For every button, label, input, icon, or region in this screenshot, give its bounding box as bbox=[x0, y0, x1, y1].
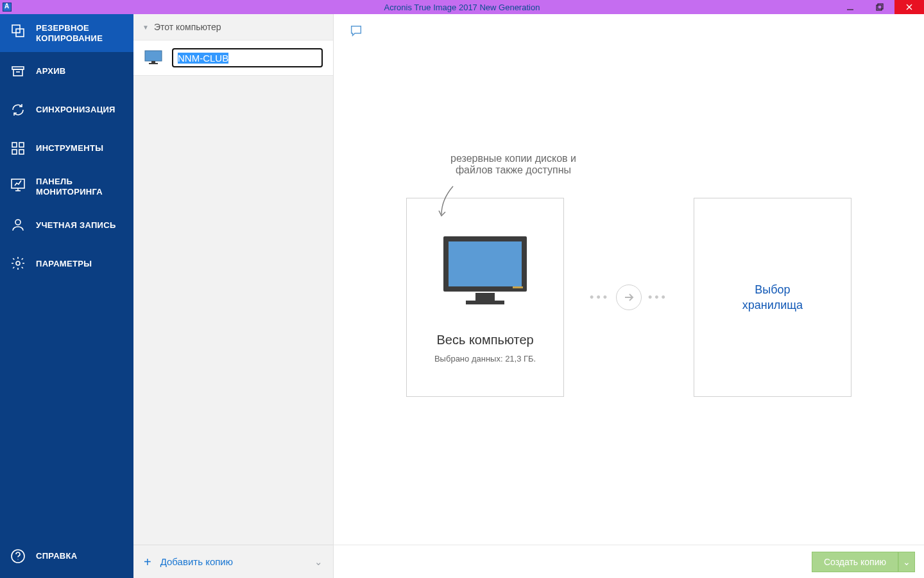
svg-rect-12 bbox=[12, 150, 17, 154]
nav-help[interactable]: СПРАВКА bbox=[0, 537, 133, 578]
comment-icon[interactable] bbox=[349, 24, 363, 40]
add-backup-button[interactable]: + Добавить копию ⌄ bbox=[133, 545, 333, 578]
nav-label: РЕЗЕРВНОЕ КОПИРОВАНИЕ bbox=[36, 23, 123, 43]
dashboard-icon bbox=[10, 177, 26, 192]
nav-archive[interactable]: АРХИВ bbox=[0, 52, 133, 91]
hint-text: резервные копии дисков и файлов также до… bbox=[440, 153, 587, 177]
user-icon bbox=[10, 217, 26, 232]
svg-rect-8 bbox=[13, 69, 22, 76]
main-footer: Создать копию ⌄ bbox=[334, 545, 924, 578]
nav-label: ПАНЕЛЬ МОНИТОРИНГА bbox=[36, 177, 123, 197]
monitor-icon bbox=[437, 231, 533, 315]
svg-rect-25 bbox=[449, 241, 522, 286]
chevron-down-icon: ⌄ bbox=[903, 557, 911, 567]
dots-icon: ••• bbox=[590, 291, 610, 304]
backup-list-panel: ▼ Этот компьютер + Добавить копию ⌄ bbox=[133, 14, 334, 578]
sync-icon bbox=[10, 102, 26, 118]
main-content: резервные копии дисков и файлов также до… bbox=[334, 14, 924, 578]
nav-label: СИНХРОНИЗАЦИЯ bbox=[36, 105, 116, 115]
nav-account[interactable]: УЧЕТНАЯ ЗАПИСЬ bbox=[0, 206, 133, 244]
window-maximize-button[interactable] bbox=[865, 0, 894, 14]
nav-tools[interactable]: ИНСТРУМЕНТЫ bbox=[0, 129, 133, 168]
window-titlebar: Acronis True Image 2017 New Generation bbox=[0, 0, 924, 14]
backup-list-header-label: Этот компьютер bbox=[154, 22, 221, 32]
chevron-down-icon[interactable]: ⌄ bbox=[314, 556, 323, 568]
sidebar-nav: РЕЗЕРВНОЕ КОПИРОВАНИЕ АРХИВ СИНХРОНИЗАЦИ… bbox=[0, 14, 133, 578]
window-close-button[interactable] bbox=[894, 0, 924, 14]
add-backup-label: Добавить копию bbox=[160, 556, 233, 567]
svg-rect-26 bbox=[475, 293, 495, 301]
create-backup-button[interactable]: Создать копию bbox=[812, 552, 898, 572]
backup-list-item[interactable] bbox=[133, 40, 333, 76]
svg-point-20 bbox=[17, 559, 18, 559]
nav-backup[interactable]: РЕЗЕРВНОЕ КОПИРОВАНИЕ bbox=[0, 14, 133, 52]
backup-destination-card[interactable]: Выбор хранилища bbox=[694, 198, 851, 397]
plus-icon: + bbox=[144, 556, 151, 568]
nav-label: ИНСТРУМЕНТЫ bbox=[36, 143, 103, 153]
nav-dashboard[interactable]: ПАНЕЛЬ МОНИТОРИНГА bbox=[0, 168, 133, 206]
nav-sync[interactable]: СИНХРОНИЗАЦИЯ bbox=[0, 91, 133, 129]
window-title: Acronis True Image 2017 New Generation bbox=[0, 3, 924, 12]
nav-label: ПАРАМЕТРЫ bbox=[36, 259, 92, 269]
gear-icon bbox=[10, 256, 26, 271]
computer-icon bbox=[144, 49, 163, 66]
app-icon bbox=[0, 0, 14, 14]
nav-settings[interactable]: ПАРАМЕТРЫ bbox=[0, 244, 133, 283]
create-backup-dropdown[interactable]: ⌄ bbox=[898, 552, 915, 572]
source-title: Весь компьютер bbox=[436, 333, 533, 347]
destination-label: Выбор хранилища bbox=[742, 282, 803, 313]
flow-arrow: ••• ••• bbox=[590, 285, 668, 310]
archive-icon bbox=[10, 64, 26, 79]
source-subtitle: Выбрано данных: 21,3 ГБ. bbox=[434, 354, 536, 363]
svg-rect-28 bbox=[513, 286, 523, 288]
tools-icon bbox=[10, 141, 26, 156]
svg-rect-21 bbox=[145, 51, 162, 61]
nav-label: УЧЕТНАЯ ЗАПИСЬ bbox=[36, 220, 116, 231]
chevron-down-icon: ▼ bbox=[142, 24, 149, 31]
backup-list-header[interactable]: ▼ Этот компьютер bbox=[133, 14, 333, 40]
svg-rect-27 bbox=[466, 301, 504, 304]
nav-label: АРХИВ bbox=[36, 66, 65, 76]
backup-icon bbox=[10, 23, 26, 39]
help-icon bbox=[10, 548, 26, 564]
dots-icon: ••• bbox=[648, 291, 668, 304]
backup-name-input[interactable] bbox=[172, 48, 323, 67]
svg-rect-2 bbox=[878, 4, 883, 9]
svg-rect-13 bbox=[19, 150, 24, 154]
arrow-right-icon bbox=[616, 285, 642, 310]
svg-point-17 bbox=[15, 220, 21, 225]
svg-rect-10 bbox=[12, 143, 17, 147]
svg-rect-23 bbox=[149, 63, 158, 64]
window-minimize-button[interactable] bbox=[835, 0, 865, 14]
hint-arrow-icon bbox=[435, 184, 461, 222]
backup-source-card[interactable]: Весь компьютер Выбрано данных: 21,3 ГБ. bbox=[406, 198, 564, 397]
svg-rect-1 bbox=[877, 5, 882, 10]
svg-rect-11 bbox=[19, 143, 24, 147]
svg-point-18 bbox=[16, 261, 20, 265]
svg-rect-22 bbox=[151, 61, 155, 63]
nav-label: СПРАВКА bbox=[36, 551, 77, 561]
